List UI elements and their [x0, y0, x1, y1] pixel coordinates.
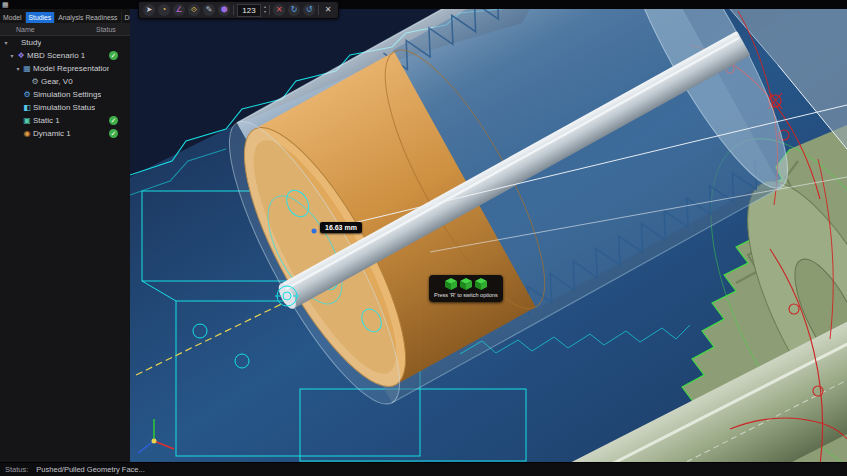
status-value: Pushed/Pulled Geometry Face...	[36, 465, 144, 474]
component-icon[interactable]: ⬢	[218, 4, 230, 16]
spinner-down-icon[interactable]: ▾	[264, 10, 266, 15]
panel-tab-bar: Model Studies Analysis Readiness Display	[0, 9, 130, 24]
value-input[interactable]: 123	[237, 4, 261, 17]
dimension-icon[interactable]: ⟐	[188, 4, 200, 16]
expand-arrow-icon[interactable]: ▾	[2, 39, 10, 46]
toolbar-separator	[269, 5, 270, 15]
tree-item-icon: ▦	[22, 64, 32, 73]
static-study-icon: ▣	[22, 116, 32, 125]
status-check-icon: ✓	[109, 51, 118, 60]
delete-icon[interactable]: ✕	[273, 4, 285, 16]
tree-row-mbd-scenario[interactable]: ▾ ❖ MBD Scenario 1 ✓	[0, 49, 130, 62]
status-check-icon	[109, 38, 118, 47]
annotate-icon[interactable]: ✎	[203, 4, 215, 16]
hint-text: Press 'R' to switch options	[434, 292, 498, 298]
tree-row-gear-v0[interactable]: ⚙ Gear, V0	[0, 75, 130, 88]
cube-option-icon[interactable]	[445, 278, 457, 290]
tab-model[interactable]: Model	[0, 12, 26, 23]
orbit-icon[interactable]: ↻	[288, 4, 300, 16]
tree-item-label: Static 1	[32, 116, 60, 125]
tree-item-label: Gear, V0	[40, 77, 73, 86]
tree-item-label: Study	[20, 38, 41, 47]
toolbar-separator	[233, 5, 234, 15]
tree-header-name: Name	[0, 26, 96, 33]
tree-item-label: MBD Scenario 1	[26, 51, 85, 60]
cube-option-icon[interactable]	[460, 278, 472, 290]
floating-toolbar: ➤ ◔ ∠ ⟐ ✎ ⬢ 123 ▴ ▾ ✕ ↻ ↺ ✕	[138, 1, 339, 19]
status-check-icon	[109, 77, 118, 86]
3d-viewport[interactable]: 16.63 mm Press 'R' to switch options	[130, 9, 847, 463]
option-cubes	[434, 278, 498, 290]
dynamic-study-icon: ◉	[22, 129, 32, 138]
toolbar-separator	[318, 5, 319, 15]
tab-studies[interactable]: Studies	[26, 12, 56, 23]
status-check-icon	[109, 90, 118, 99]
gear-icon: ⚙	[30, 77, 40, 86]
study-tree-panel: Name Status ▾ Study ▾ ❖ MBD Scenario 1 ✓…	[0, 23, 131, 463]
option-hint-tooltip: Press 'R' to switch options	[429, 275, 503, 302]
tree-row-static-1[interactable]: ▣ Static 1 ✓	[0, 114, 130, 127]
expand-arrow-icon[interactable]: ▾	[8, 52, 16, 59]
status-check-icon: ✓	[109, 116, 118, 125]
3d-viewport-canvas[interactable]	[130, 9, 847, 463]
tab-analysis-readiness[interactable]: Analysis Readiness	[55, 12, 121, 23]
tree-item-label: Simulation Status	[32, 103, 95, 112]
value-spinner[interactable]: ▴ ▾	[264, 5, 266, 15]
tree-item-label: Simulation Settings	[32, 90, 101, 99]
select-icon[interactable]: ➤	[143, 4, 155, 16]
tree-header-status: Status	[96, 26, 130, 33]
angle-icon[interactable]: ∠	[173, 4, 185, 16]
status-check-icon	[109, 64, 118, 73]
dimension-label[interactable]: 16.63 mm	[320, 222, 362, 233]
tree-item-label: Model Representation (My Mod	[32, 64, 109, 73]
status-check-icon: ✓	[109, 129, 118, 138]
tree-row-model-representation[interactable]: ▾ ▦ Model Representation (My Mod	[0, 62, 130, 75]
spin-icon[interactable]: ↺	[303, 4, 315, 16]
status-check-icon	[109, 103, 118, 112]
tree-item-icon: ❖	[16, 51, 26, 60]
tree-item-label: Dynamic 1	[32, 129, 71, 138]
tree-row-study[interactable]: ▾ Study	[0, 36, 130, 49]
tree-row-dynamic-1[interactable]: ◉ Dynamic 1 ✓	[0, 127, 130, 140]
measure-icon[interactable]: ◔	[158, 4, 170, 16]
app-window-icon[interactable]: ▦	[2, 0, 9, 9]
tree-header: Name Status	[0, 23, 130, 36]
tree-row-simulation-status[interactable]: ◧ Simulation Status	[0, 101, 130, 114]
cube-option-icon[interactable]	[475, 278, 487, 290]
status-bar: Status: Pushed/Pulled Geometry Face...	[0, 462, 847, 476]
close-toolbar-icon[interactable]: ✕	[322, 4, 334, 16]
window-title-strip: ▦	[0, 0, 847, 9]
status-panel-icon: ◧	[22, 103, 32, 112]
settings-gear-icon: ⚙	[22, 90, 32, 99]
tree-row-simulation-settings[interactable]: ⚙ Simulation Settings	[0, 88, 130, 101]
expand-arrow-icon[interactable]: ▾	[14, 65, 22, 72]
status-label: Status:	[5, 465, 28, 474]
